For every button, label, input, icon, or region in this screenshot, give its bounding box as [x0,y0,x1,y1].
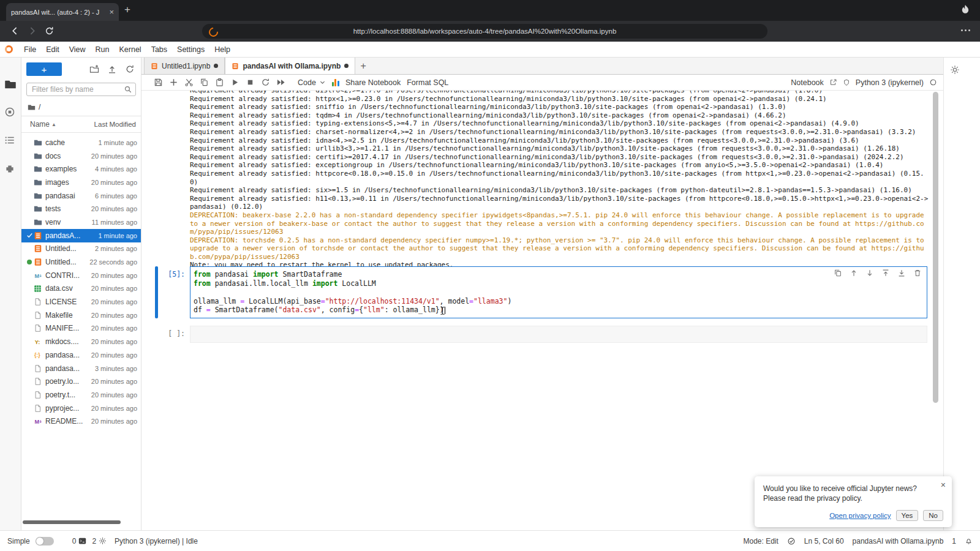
kernel-name[interactable]: Python 3 (ipykernel) [856,78,924,87]
insert-cell-above-icon[interactable] [881,269,890,277]
file-row[interactable]: data.csv20 minutes ago [21,282,141,296]
column-last-modified[interactable]: Last Modified [94,121,136,128]
restart-kernel-icon[interactable] [261,78,270,87]
notebook-label[interactable]: Notebook [791,78,824,87]
open-privacy-policy-link[interactable]: Open privacy policy [829,512,891,519]
notification-count[interactable]: 1 [952,537,956,545]
file-row[interactable]: pandasA...1 minute ago [21,229,141,242]
filter-files-input[interactable] [26,83,136,96]
no-button[interactable]: No [923,510,943,521]
menu-file[interactable]: File [19,45,41,54]
menu-help[interactable]: Help [209,45,235,54]
file-row[interactable]: Makefile20 minutes ago [21,309,141,322]
tab-untitled1[interactable]: Untitled1.ipynb [144,58,225,74]
menu-settings[interactable]: Settings [172,45,209,54]
file-row[interactable]: {:}pandasa...20 minutes ago [21,348,141,362]
forward-icon[interactable] [27,26,37,36]
mode-indicator[interactable]: Mode: Edit [743,537,778,545]
cell-type-dropdown[interactable]: Code [298,78,326,87]
running-kernels-icon[interactable] [4,107,17,119]
scrollbar-thumb[interactable] [933,92,938,403]
restart-run-all-icon[interactable] [276,78,285,87]
flame-icon [960,4,970,15]
folder-row[interactable]: venv11 minutes ago [21,216,141,229]
code-cell[interactable]: [5]: from pandasai import SmartDataframe… [155,266,927,318]
folder-row[interactable]: docs20 minutes ago [21,149,141,163]
file-name: README... [45,417,91,425]
folder-row[interactable]: pandasai6 minutes ago [21,189,141,203]
folder-row[interactable]: tests20 minutes ago [21,202,141,216]
empty-cell[interactable]: [ ]: [155,326,927,343]
save-icon[interactable] [154,78,163,87]
breadcrumb[interactable]: / [21,100,141,116]
new-launcher-button[interactable]: + [26,62,62,76]
file-row[interactable]: MANIFE...20 minutes ago [21,322,141,335]
terminals-status[interactable]: 0 [72,537,87,545]
file-row[interactable]: MREADME...20 minutes ago [21,414,141,428]
empty-code-editor[interactable] [190,326,927,343]
simple-mode-toggle[interactable] [36,537,54,545]
column-name[interactable]: Name [30,120,50,129]
folder-row[interactable]: examples4 minutes ago [21,162,141,176]
folder-row[interactable]: images20 minutes ago [21,176,141,189]
table-of-contents-icon[interactable] [4,135,17,147]
vertical-scrollbar[interactable] [933,91,938,530]
property-inspector-gear-icon[interactable] [950,65,980,75]
menu-edit[interactable]: Edit [41,45,64,54]
menu-tabs[interactable]: Tabs [146,45,172,54]
add-tab-button[interactable]: + [360,61,366,71]
browser-tab[interactable]: pandasAI wit... (auto-4 : 2) - J × [6,3,119,21]
file-row[interactable]: LICENSE20 minutes ago [21,295,141,309]
new-folder-icon[interactable] [89,64,99,74]
browser-menu-icon[interactable] [961,29,970,31]
insert-cell-below-icon[interactable] [897,269,906,277]
duplicate-cell-icon[interactable] [834,269,842,277]
extensions-icon[interactable] [4,163,17,175]
file-row[interactable]: MCONTRI...20 minutes ago [21,269,141,282]
kernel-status-text[interactable]: Python 3 (ipykernel) | Idle [115,537,198,545]
folder-row[interactable]: cache1 minute ago [21,136,141,149]
svg-text:M: M [34,419,39,425]
insert-cell-icon[interactable] [169,78,178,87]
tab-pandasai-with-ollama[interactable]: pandasAI with Ollama.ipynb [225,58,355,74]
file-row[interactable]: poetry.t...20 minutes ago [21,388,141,402]
new-tab-button[interactable]: + [124,4,130,16]
reload-icon[interactable] [44,26,55,36]
paste-icon[interactable] [215,78,224,87]
file-row[interactable]: Untitled...2 minutes ago [21,242,141,256]
delete-cell-icon[interactable] [913,269,922,277]
file-row[interactable]: poetry.lo...20 minutes ago [21,375,141,388]
cursor-position[interactable]: Ln 5, Col 60 [804,537,844,545]
breadcrumb-root[interactable]: / [39,103,40,111]
external-link-icon[interactable] [829,78,837,86]
file-row[interactable]: Untitled...22 seconds ago [21,255,141,269]
close-icon[interactable]: × [941,481,946,489]
run-icon[interactable] [230,78,239,87]
bell-icon[interactable] [965,537,973,545]
file-row[interactable]: pandasa...3 minutes ago [21,362,141,375]
move-cell-up-icon[interactable] [850,269,858,277]
upload-icon[interactable] [107,64,117,74]
share-notebook-button[interactable]: Share Notebook [345,78,401,87]
back-icon[interactable] [10,26,20,36]
menu-run[interactable]: Run [91,45,115,54]
extension-icon[interactable] [332,79,339,86]
file-row[interactable]: Y:mkdocs....20 minutes ago [21,335,141,348]
menu-kernel[interactable]: Kernel [115,45,146,54]
tab-close-icon[interactable]: × [109,8,114,16]
statusbar-filename[interactable]: pandasAI with Ollama.ipynb [853,537,944,545]
yes-button[interactable]: Yes [896,510,919,521]
cut-icon[interactable] [184,78,194,87]
stop-icon[interactable] [246,78,255,87]
kernels-status[interactable]: 2 [92,537,107,545]
move-cell-down-icon[interactable] [865,269,874,277]
horizontal-scrollbar[interactable] [23,520,121,524]
file-browser-icon[interactable] [4,78,17,91]
refresh-icon[interactable] [125,64,135,74]
format-sql-button[interactable]: Format SQL [407,78,448,87]
code-editor[interactable]: from pandasai import SmartDataframefrom … [190,266,927,318]
menu-view[interactable]: View [64,45,91,54]
copy-icon[interactable] [200,78,209,87]
file-row[interactable]: pyprojec...20 minutes ago [21,402,141,415]
url-bar[interactable]: http://localhost:8888/lab/workspaces/aut… [202,24,767,39]
